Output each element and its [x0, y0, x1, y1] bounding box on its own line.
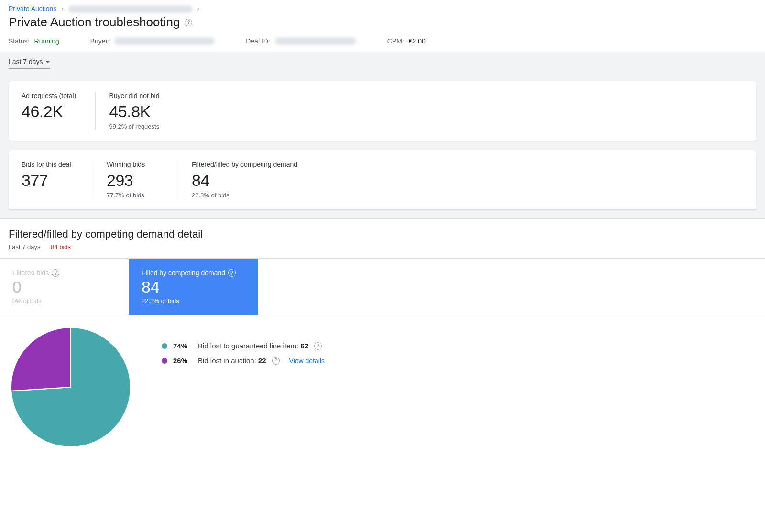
tile-value: 0: [12, 278, 117, 296]
legend-item: 26% Bid lost in auction: 22 ? View detai…: [162, 357, 325, 365]
page-title-text: Private Auction troubleshooting: [9, 15, 180, 30]
status-label: Status:: [9, 37, 30, 45]
tile-filled-by-competing[interactable]: Filled by competing demand ? 84 22.3% of…: [129, 259, 258, 315]
metric-label: Bids for this deal: [22, 161, 74, 168]
detail-header: Filtered/filled by competing demand deta…: [0, 219, 765, 259]
metric-sub: 99.2% of requests: [109, 123, 162, 130]
metric-label: Winning bids: [107, 161, 159, 168]
help-icon[interactable]: ?: [314, 342, 322, 350]
detail-sub-count: 84 bids: [51, 243, 71, 250]
tile-value: 84: [142, 278, 246, 296]
status-item-deal: Deal ID:: [246, 37, 356, 45]
metric-label: Ad requests (total): [22, 92, 76, 99]
view-details-link[interactable]: View details: [289, 357, 325, 365]
legend-text: Bid lost in auction:: [198, 357, 258, 365]
status-value: Running: [34, 37, 59, 45]
help-icon[interactable]: ?: [228, 269, 236, 277]
card-ad-requests: Ad requests (total) 46.2K Buyer did not …: [9, 81, 756, 141]
detail-tiles: Filtered bids ? 0 0% of bids Filled by c…: [0, 259, 765, 315]
legend-value: 62: [300, 342, 308, 350]
metric-label: Filtered/filled by competing demand: [192, 161, 297, 168]
metric-sub: 77.7% of bids: [107, 192, 159, 199]
metric-value: 293: [107, 171, 159, 190]
chevron-right-icon: ›: [61, 5, 64, 12]
page-title: Private Auction troubleshooting ?: [9, 15, 192, 30]
chevron-right-icon: ›: [197, 5, 200, 12]
help-icon[interactable]: ?: [52, 269, 59, 277]
legend-value: 22: [258, 357, 266, 365]
status-item-buyer: Buyer:: [90, 37, 215, 45]
metric-value: 84: [192, 171, 297, 190]
tile-sub: 22.3% of bids: [142, 297, 246, 304]
legend-percent: 74%: [173, 342, 192, 350]
cpm-label: CPM:: [387, 37, 404, 45]
detail-heading: Filtered/filled by competing demand deta…: [9, 228, 756, 240]
buyer-label: Buyer:: [90, 37, 109, 45]
help-icon[interactable]: ?: [272, 357, 280, 365]
breadcrumb: Private Auctions › ›: [0, 0, 765, 15]
date-range-label: Last 7 days: [9, 58, 43, 65]
chevron-down-icon: [45, 61, 50, 63]
pie-chart: [9, 325, 133, 449]
pie-legend: 74% Bid lost to guaranteed line item: 62…: [162, 325, 325, 371]
deal-value-redacted: [275, 37, 356, 45]
deal-label: Deal ID:: [246, 37, 270, 45]
tile-label: Filtered bids: [12, 269, 49, 277]
status-row: Status: Running Buyer: Deal ID: CPM: €2.…: [0, 33, 765, 52]
help-icon[interactable]: ?: [185, 19, 192, 26]
legend-item: 74% Bid lost to guaranteed line item: 62…: [162, 342, 325, 350]
legend-percent: 26%: [173, 357, 192, 365]
tile-sub: 0% of bids: [12, 297, 117, 304]
cpm-value: €2.00: [409, 37, 426, 45]
status-item-cpm: CPM: €2.00: [387, 37, 426, 45]
breadcrumb-item-redacted[interactable]: [68, 5, 193, 13]
metric-value: 377: [22, 171, 74, 190]
metric-value: 46.2K: [22, 102, 76, 121]
metric-value: 45.8K: [109, 102, 162, 121]
tile-filtered-bids[interactable]: Filtered bids ? 0 0% of bids: [0, 259, 129, 315]
metric-label: Buyer did not bid: [109, 92, 162, 99]
card-bids: Bids for this deal 377 Winning bids 293 …: [9, 150, 756, 210]
tile-label: Filled by competing demand: [142, 269, 225, 277]
legend-swatch-icon: [162, 343, 167, 349]
buyer-value-redacted: [114, 37, 215, 45]
date-range-dropdown[interactable]: Last 7 days: [9, 58, 50, 69]
legend-swatch-icon: [162, 358, 167, 364]
legend-text: Bid lost to guaranteed line item:: [198, 342, 300, 350]
detail-sub-period: Last 7 days: [9, 243, 41, 250]
status-item-status: Status: Running: [9, 37, 59, 45]
metric-sub: 22.3% of bids: [192, 192, 297, 199]
breadcrumb-root[interactable]: Private Auctions: [9, 5, 56, 12]
